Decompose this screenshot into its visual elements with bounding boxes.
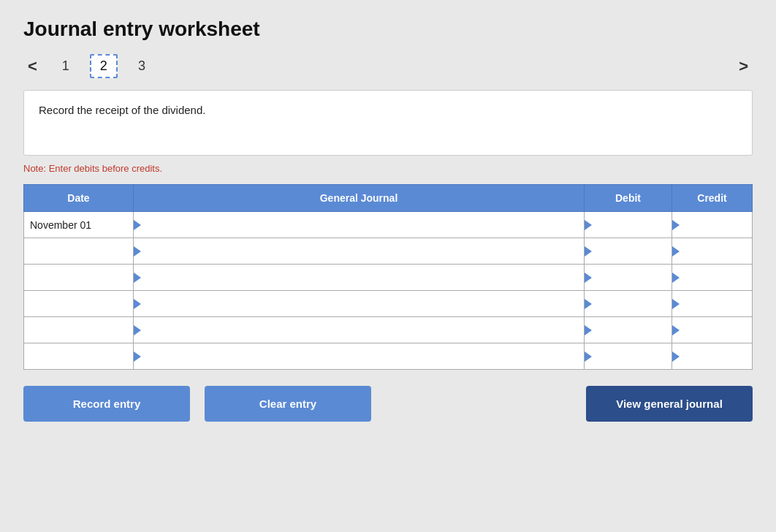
table-row <box>24 343 753 370</box>
next-arrow[interactable]: > <box>734 56 753 77</box>
credit-input-3[interactable] <box>672 291 752 316</box>
triangle-marker-journal-3 <box>134 299 141 309</box>
credit-input-0[interactable] <box>672 212 752 238</box>
journal-cell-4[interactable] <box>134 317 585 343</box>
journal-table: Date General Journal Debit Credit Novemb… <box>23 184 753 370</box>
nav-item-1[interactable]: 1 <box>55 56 77 77</box>
triangle-marker-debit-5 <box>585 352 592 362</box>
credit-input-2[interactable] <box>672 265 752 290</box>
date-cell-4 <box>24 317 134 343</box>
debit-cell-5[interactable] <box>585 343 672 370</box>
clear-entry-button[interactable]: Clear entry <box>205 386 371 422</box>
credit-cell-4[interactable] <box>672 317 753 343</box>
journal-cell-1[interactable] <box>134 238 585 265</box>
credit-input-1[interactable] <box>672 238 752 264</box>
header-debit: Debit <box>585 185 672 212</box>
date-cell-2 <box>24 265 134 291</box>
nav-item-3[interactable]: 3 <box>131 56 153 77</box>
debit-cell-4[interactable] <box>585 317 672 343</box>
nav-row: < 1 2 3 > <box>23 54 753 78</box>
date-cell-5 <box>24 343 134 370</box>
triangle-marker-credit-3 <box>672 299 680 309</box>
journal-cell-5[interactable] <box>134 343 585 370</box>
debit-input-0[interactable] <box>585 212 672 238</box>
view-general-journal-button[interactable]: View general journal <box>586 386 753 422</box>
credit-cell-2[interactable] <box>672 265 753 291</box>
table-row <box>24 317 753 343</box>
journal-input-4[interactable] <box>134 317 584 343</box>
triangle-marker-credit-5 <box>672 352 680 362</box>
journal-input-5[interactable] <box>134 343 584 369</box>
table-row <box>24 291 753 317</box>
triangle-marker-journal-2 <box>134 273 141 283</box>
debit-input-3[interactable] <box>585 291 672 316</box>
date-cell-1 <box>24 238 134 265</box>
triangle-marker-journal-4 <box>134 325 141 335</box>
triangle-marker-debit-3 <box>585 299 592 309</box>
instruction-box: Record the receipt of the dividend. <box>23 90 753 156</box>
triangle-marker-credit-4 <box>672 325 680 335</box>
journal-cell-0[interactable] <box>134 212 585 238</box>
triangle-marker-debit-0 <box>585 220 592 230</box>
record-entry-button[interactable]: Record entry <box>23 386 190 422</box>
triangle-marker-journal-0 <box>134 220 141 230</box>
credit-cell-1[interactable] <box>672 238 753 265</box>
triangle-marker-credit-0 <box>672 220 680 230</box>
header-date: Date <box>24 185 134 212</box>
journal-cell-3[interactable] <box>134 291 585 317</box>
debit-input-4[interactable] <box>585 317 672 343</box>
triangle-marker-debit-4 <box>585 325 592 335</box>
debit-input-2[interactable] <box>585 265 672 290</box>
date-cell-3 <box>24 291 134 317</box>
journal-input-0[interactable] <box>134 212 584 238</box>
triangle-marker-journal-5 <box>134 352 141 362</box>
prev-arrow[interactable]: < <box>23 56 42 77</box>
credit-cell-3[interactable] <box>672 291 753 317</box>
debit-cell-0[interactable] <box>585 212 672 238</box>
bottom-buttons: Record entry Clear entry View general jo… <box>23 386 753 422</box>
credit-input-5[interactable] <box>672 343 752 369</box>
triangle-marker-credit-1 <box>672 246 680 256</box>
date-cell-0: November 01 <box>24 212 134 238</box>
table-row <box>24 238 753 265</box>
instruction-text: Record the receipt of the dividend. <box>39 104 205 116</box>
credit-cell-5[interactable] <box>672 343 753 370</box>
note-text: Note: Enter debits before credits. <box>23 163 753 174</box>
page-container: Journal entry worksheet < 1 2 3 > Record… <box>0 0 776 439</box>
journal-input-2[interactable] <box>134 265 584 290</box>
debit-cell-1[interactable] <box>585 238 672 265</box>
nav-item-2[interactable]: 2 <box>90 54 118 78</box>
credit-input-4[interactable] <box>672 317 752 343</box>
triangle-marker-credit-2 <box>672 273 680 283</box>
journal-cell-2[interactable] <box>134 265 585 291</box>
table-header-row: Date General Journal Debit Credit <box>24 185 753 212</box>
triangle-marker-journal-1 <box>134 246 141 256</box>
page-title: Journal entry worksheet <box>23 18 753 41</box>
debit-input-1[interactable] <box>585 238 672 264</box>
table-row <box>24 265 753 291</box>
debit-input-5[interactable] <box>585 343 672 369</box>
header-journal: General Journal <box>134 185 585 212</box>
journal-input-1[interactable] <box>134 238 584 264</box>
debit-cell-2[interactable] <box>585 265 672 291</box>
triangle-marker-debit-2 <box>585 273 592 283</box>
table-row: November 01 <box>24 212 753 238</box>
triangle-marker-debit-1 <box>585 246 592 256</box>
header-credit: Credit <box>672 185 753 212</box>
debit-cell-3[interactable] <box>585 291 672 317</box>
credit-cell-0[interactable] <box>672 212 753 238</box>
journal-input-3[interactable] <box>134 291 584 316</box>
